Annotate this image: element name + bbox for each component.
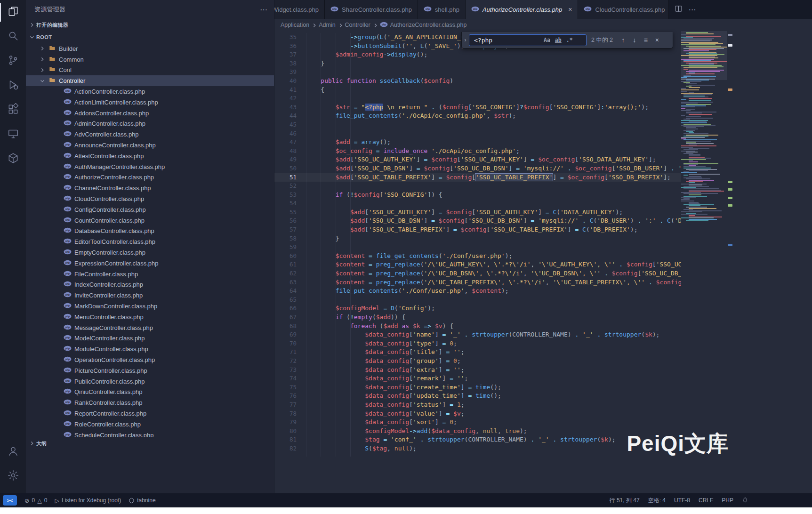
line-number[interactable]: 68 bbox=[274, 322, 306, 331]
line-number[interactable]: 65 bbox=[274, 296, 306, 305]
tab-shell-php[interactable]: phpshell.php bbox=[418, 0, 466, 19]
line-number[interactable]: 72 bbox=[274, 357, 306, 366]
line-number[interactable]: 77 bbox=[274, 401, 306, 410]
file-advcontroller-class-php[interactable]: phpAdvController.class.php bbox=[26, 129, 274, 140]
minimap[interactable] bbox=[681, 31, 727, 493]
tab-widget-class-php[interactable]: phpWidget.class.php bbox=[274, 0, 325, 19]
breadcrumb-item[interactable]: phpAuthorizeController.class.php bbox=[380, 22, 467, 29]
status-line-col[interactable]: 行 51, 列 47 bbox=[610, 497, 640, 505]
activity-source-control[interactable] bbox=[0, 49, 26, 73]
tab-sharecontroller-class-php[interactable]: phpShareController.class.php bbox=[325, 0, 418, 19]
file-publiccontroller-class-php[interactable]: phpPublicController.class.php bbox=[26, 376, 274, 387]
breadcrumb-item[interactable]: Application bbox=[281, 22, 309, 28]
file-rankcontroller-class-php[interactable]: phpRankController.class.php bbox=[26, 397, 274, 408]
line-number[interactable]: 66 bbox=[274, 304, 306, 313]
file-cloudcontroller-class-php[interactable]: phpCloudController.class.php bbox=[26, 193, 274, 204]
file-expressioncontroller-class-php[interactable]: phpExpressionController.class.php bbox=[26, 258, 274, 269]
line-number[interactable]: 71 bbox=[274, 348, 306, 357]
folder-conf[interactable]: Conf bbox=[26, 65, 274, 76]
file-qiniucontroller-class-php[interactable]: phpQiniuController.class.php bbox=[26, 387, 274, 398]
line-number[interactable]: 79 bbox=[274, 418, 306, 427]
file-actionlimitcontroller-class-php[interactable]: phpActionLimitController.class.php bbox=[26, 97, 274, 108]
line-number[interactable]: 63 bbox=[274, 278, 306, 287]
line-number[interactable]: 75 bbox=[274, 383, 306, 392]
editor-more-actions-icon[interactable]: ⋯ bbox=[688, 5, 696, 14]
file-announcecontroller-class-php[interactable]: phpAnnounceController.class.php bbox=[26, 140, 274, 151]
file-modulecontroller-class-php[interactable]: phpModuleController.class.php bbox=[26, 344, 274, 354]
code-editor[interactable]: 35 ->group(L('_AS_AN_APPLICATION_CONFIG_… bbox=[274, 31, 812, 493]
split-editor-icon[interactable] bbox=[675, 5, 683, 15]
file-configcontroller-class-php[interactable]: phpConfigController.class.php bbox=[26, 204, 274, 215]
find-next-icon[interactable]: ↓ bbox=[629, 36, 640, 44]
file-picturecontroller-class-php[interactable]: phpPictureController.class.php bbox=[26, 365, 274, 376]
file-messagecontroller-class-php[interactable]: phpMessageController.class.php bbox=[26, 322, 274, 333]
line-number[interactable]: 46 bbox=[274, 129, 306, 138]
find-input[interactable] bbox=[473, 36, 541, 44]
file-filecontroller-class-php[interactable]: phpFileController.class.php bbox=[26, 269, 274, 280]
activity-package[interactable] bbox=[0, 147, 26, 171]
line-number[interactable]: 59 bbox=[274, 243, 306, 252]
line-number[interactable]: 61 bbox=[274, 260, 306, 269]
file-menucontroller-class-php[interactable]: phpMenuController.class.php bbox=[26, 312, 274, 322]
activity-explorer[interactable] bbox=[0, 0, 26, 24]
file-channelcontroller-class-php[interactable]: phpChannelController.class.php bbox=[26, 183, 274, 193]
line-number[interactable]: 58 bbox=[274, 234, 306, 243]
file-authmanagercontroller-class-php[interactable]: phpAuthManagerController.class.php bbox=[26, 161, 274, 172]
file-databasecontroller-class-php[interactable]: phpDatabaseController.class.php bbox=[26, 226, 274, 237]
problems-indicator[interactable]: ⊘0 △0 bbox=[24, 497, 47, 504]
file-invitecontroller-class-php[interactable]: phpInviteController.class.php bbox=[26, 290, 274, 301]
line-number[interactable]: 38 bbox=[274, 59, 306, 68]
line-number[interactable]: 70 bbox=[274, 339, 306, 348]
status-eol[interactable]: CRLF bbox=[699, 497, 713, 504]
line-number[interactable]: 60 bbox=[274, 252, 306, 261]
line-number[interactable]: 82 bbox=[274, 444, 306, 453]
line-number[interactable]: 40 bbox=[274, 77, 306, 86]
outline-section-header[interactable]: 大纲 bbox=[26, 437, 274, 450]
line-number[interactable]: 76 bbox=[274, 392, 306, 401]
line-number[interactable]: 67 bbox=[274, 313, 306, 322]
file-reportcontroller-class-php[interactable]: phpReportController.class.php bbox=[26, 408, 274, 419]
line-number[interactable]: 49 bbox=[274, 155, 306, 164]
line-number[interactable]: 55 bbox=[274, 208, 306, 217]
line-number[interactable]: 36 bbox=[274, 42, 306, 51]
notifications-bell-icon[interactable] bbox=[742, 497, 748, 504]
line-number[interactable]: 47 bbox=[274, 138, 306, 147]
file-attestcontroller-class-php[interactable]: phpAttestController.class.php bbox=[26, 151, 274, 161]
status-encoding[interactable]: UTF-8 bbox=[674, 497, 690, 504]
file-admincontroller-class-php[interactable]: phpAdminController.class.php bbox=[26, 119, 274, 129]
file-indexcontroller-class-php[interactable]: phpIndexController.class.php bbox=[26, 280, 274, 290]
line-number[interactable]: 50 bbox=[274, 164, 306, 173]
status-indent[interactable]: 空格: 4 bbox=[648, 497, 666, 505]
toggle-replace-icon[interactable]: › bbox=[462, 32, 469, 48]
line-number[interactable]: 78 bbox=[274, 410, 306, 418]
activity-search[interactable] bbox=[0, 24, 26, 49]
line-number[interactable]: 35 bbox=[274, 33, 306, 42]
file-actioncontroller-class-php[interactable]: phpActionController.class.php bbox=[26, 86, 274, 97]
close-find-icon[interactable]: × bbox=[651, 36, 663, 44]
regex-icon[interactable]: .* bbox=[564, 36, 575, 44]
line-number[interactable]: 74 bbox=[274, 374, 306, 383]
file-countcontroller-class-php[interactable]: phpCountController.class.php bbox=[26, 215, 274, 226]
folder-controller[interactable]: Controller bbox=[26, 75, 274, 86]
line-number[interactable]: 56 bbox=[274, 217, 306, 225]
file-addonscontroller-class-php[interactable]: phpAddonsController.class.php bbox=[26, 108, 274, 119]
activity-remote-explorer[interactable] bbox=[0, 122, 26, 147]
whole-word-icon[interactable]: ab bbox=[553, 36, 563, 44]
line-number[interactable]: 53 bbox=[274, 191, 306, 200]
tab-authorizecontroller-class-php[interactable]: phpAuthorizeController.class.php× bbox=[466, 0, 579, 19]
root-folder-section[interactable]: ROOT bbox=[26, 31, 274, 43]
line-number[interactable]: 57 bbox=[274, 225, 306, 234]
file-modelcontroller-class-php[interactable]: phpModelController.class.php bbox=[26, 333, 274, 344]
file-emptycontroller-class-php[interactable]: phpEmptyController.class.php bbox=[26, 247, 274, 258]
file-schedulecontroller-class-php[interactable]: phpScheduleController.class.php bbox=[26, 430, 274, 437]
line-number[interactable]: 80 bbox=[274, 427, 306, 436]
line-number[interactable]: 42 bbox=[274, 94, 306, 103]
line-number[interactable]: 45 bbox=[274, 120, 306, 129]
breadcrumb-item[interactable]: Controller bbox=[345, 22, 370, 28]
activity-settings[interactable] bbox=[0, 464, 26, 489]
line-number[interactable]: 51 bbox=[274, 173, 306, 182]
line-number[interactable]: 64 bbox=[274, 287, 306, 296]
line-number[interactable]: 73 bbox=[274, 366, 306, 375]
line-number[interactable]: 81 bbox=[274, 435, 306, 444]
file-authorizecontroller-class-php[interactable]: phpAuthorizeController.class.php bbox=[26, 172, 274, 183]
